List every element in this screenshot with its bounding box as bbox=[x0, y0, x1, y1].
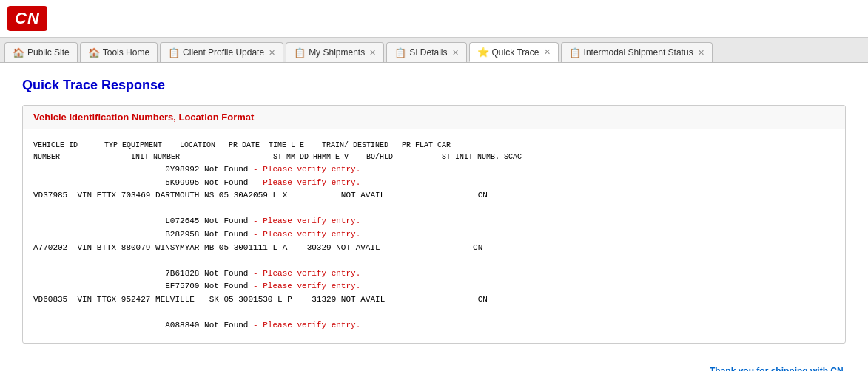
main-content: Quick Trace Response Vehicle Identificat… bbox=[0, 63, 868, 358]
tab-icon-public-site: 🏠 bbox=[13, 47, 24, 58]
table-row: VD37985 VIN ETTX 703469 DARTMOUTH NS 05 … bbox=[33, 189, 835, 202]
table-row: L072645 Not Found - Please verify entry. bbox=[33, 215, 835, 228]
table-row: 5K99995 Not Found - Please verify entry. bbox=[33, 177, 835, 190]
tab-close-client-profile[interactable]: ✕ bbox=[269, 48, 275, 58]
tab-close-my-shipments[interactable]: ✕ bbox=[369, 48, 376, 58]
tab-label-quick-trace: Quick Trace bbox=[492, 47, 539, 58]
nav-tab-quick-trace[interactable]: ⭐Quick Trace✕ bbox=[469, 42, 559, 62]
table-row: EF75700 Not Found - Please verify entry. bbox=[33, 280, 835, 293]
nav-tab-client-profile[interactable]: 📋Client Profile Update✕ bbox=[160, 42, 283, 62]
tab-label-public-site: Public Site bbox=[27, 47, 70, 58]
tab-label-my-shipments: My Shipments bbox=[309, 47, 365, 58]
nav-tab-tools-home[interactable]: 🏠Tools Home bbox=[80, 42, 158, 62]
cn-logo: CN bbox=[7, 6, 47, 31]
table-row bbox=[33, 307, 835, 320]
nav-tab-my-shipments[interactable]: 📋My Shipments✕ bbox=[286, 42, 384, 62]
nav-tab-public-site[interactable]: 🏠Public Site bbox=[4, 42, 78, 62]
table-row: 0Y98992 Not Found - Please verify entry. bbox=[33, 163, 835, 177]
tab-icon-my-shipments: 📋 bbox=[294, 47, 306, 58]
nav-tab-intermodal[interactable]: 📋Intermodal Shipment Status✕ bbox=[561, 42, 713, 62]
nav-bar: 🏠Public Site🏠Tools Home📋Client Profile U… bbox=[0, 38, 868, 63]
tab-icon-si-details: 📋 bbox=[394, 47, 406, 58]
nav-tab-si-details[interactable]: 📋SI Details✕ bbox=[386, 42, 466, 62]
table-row: A770202 VIN BTTX 880079 WINSYMYAR MB 05 … bbox=[33, 242, 835, 255]
table-row: VD60835 VIN TTGX 952427 MELVILLE SK 05 3… bbox=[33, 293, 835, 307]
section-body: VEHICLE ID TYP EQUIPMENT LOCATION PR DAT… bbox=[23, 129, 845, 343]
footer: Thank you for shipping with CN. For imme… bbox=[0, 358, 868, 371]
table-row bbox=[33, 202, 835, 216]
table-header-row1: VEHICLE ID TYP EQUIPMENT LOCATION PR DAT… bbox=[33, 140, 835, 152]
tab-label-tools-home: Tools Home bbox=[103, 47, 149, 58]
footer-thank-you: Thank you for shipping with CN. bbox=[22, 366, 846, 371]
tab-close-quick-trace[interactable]: ✕ bbox=[544, 47, 551, 57]
tab-icon-tools-home: 🏠 bbox=[88, 47, 100, 58]
tab-icon-quick-trace: ⭐ bbox=[477, 47, 489, 58]
table-row: B282958 Not Found - Please verify entry. bbox=[33, 228, 835, 242]
page-title: Quick Trace Response bbox=[22, 78, 846, 93]
table-header-row2: NUMBER INIT NUMBER ST MM DD HHMM E V BO/… bbox=[33, 152, 835, 163]
table-rows-container: 0Y98992 Not Found - Please verify entry.… bbox=[33, 163, 835, 333]
tab-label-intermodal: Intermodal Shipment Status bbox=[584, 47, 693, 58]
tab-close-si-details[interactable]: ✕ bbox=[452, 48, 459, 58]
tab-label-client-profile: Client Profile Update bbox=[183, 47, 264, 58]
tab-close-intermodal[interactable]: ✕ bbox=[698, 48, 704, 58]
section-header-title: Vehicle Identification Numbers, Location… bbox=[33, 112, 254, 123]
tab-icon-client-profile: 📋 bbox=[168, 47, 180, 58]
section-header: Vehicle Identification Numbers, Location… bbox=[23, 106, 845, 129]
table-row: A088840 Not Found - Please verify entry. bbox=[33, 319, 835, 333]
header: CN bbox=[0, 0, 868, 38]
table-row: 7B61828 Not Found - Please verify entry. bbox=[33, 268, 835, 281]
table-row bbox=[33, 254, 835, 268]
trace-table: VEHICLE ID TYP EQUIPMENT LOCATION PR DAT… bbox=[33, 140, 835, 333]
tab-icon-intermodal: 📋 bbox=[569, 47, 581, 58]
tab-label-si-details: SI Details bbox=[409, 47, 447, 58]
section-box: Vehicle Identification Numbers, Location… bbox=[22, 105, 846, 344]
